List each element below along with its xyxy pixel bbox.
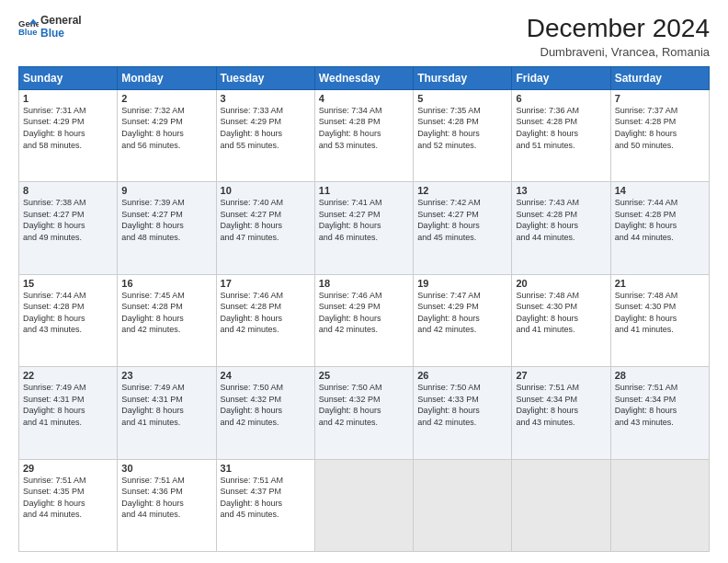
calendar-cell: 30Sunrise: 7:51 AM Sunset: 4:36 PM Dayli…: [118, 459, 216, 551]
day-number: 14: [615, 185, 705, 196]
day-info: Sunrise: 7:42 AM Sunset: 4:27 PM Dayligh…: [417, 197, 507, 243]
day-info: Sunrise: 7:49 AM Sunset: 4:31 PM Dayligh…: [23, 382, 113, 428]
calendar-cell: 24Sunrise: 7:50 AM Sunset: 4:32 PM Dayli…: [216, 367, 314, 459]
day-info: Sunrise: 7:40 AM Sunset: 4:27 PM Dayligh…: [221, 197, 311, 243]
day-number: 11: [319, 185, 409, 196]
day-info: Sunrise: 7:48 AM Sunset: 4:30 PM Dayligh…: [615, 290, 705, 336]
calendar-week-5: 29Sunrise: 7:51 AM Sunset: 4:35 PM Dayli…: [19, 459, 710, 551]
calendar-cell: 8Sunrise: 7:38 AM Sunset: 4:27 PM Daylig…: [19, 182, 118, 274]
day-info: Sunrise: 7:35 AM Sunset: 4:28 PM Dayligh…: [417, 105, 507, 151]
calendar-cell: 11Sunrise: 7:41 AM Sunset: 4:27 PM Dayli…: [314, 182, 413, 274]
svg-text:Blue: Blue: [18, 27, 38, 37]
day-number: 24: [221, 370, 311, 381]
calendar-cell: 6Sunrise: 7:36 AM Sunset: 4:28 PM Daylig…: [512, 89, 610, 181]
day-number: 19: [417, 278, 507, 289]
day-info: Sunrise: 7:51 AM Sunset: 4:36 PM Dayligh…: [121, 475, 211, 521]
day-number: 5: [417, 93, 507, 104]
calendar-cell: 12Sunrise: 7:42 AM Sunset: 4:27 PM Dayli…: [414, 182, 512, 274]
calendar-header-row: SundayMondayTuesdayWednesdayThursdayFrid…: [19, 66, 710, 89]
col-header-friday: Friday: [512, 66, 610, 89]
calendar-cell: 20Sunrise: 7:48 AM Sunset: 4:30 PM Dayli…: [512, 274, 610, 366]
day-info: Sunrise: 7:34 AM Sunset: 4:28 PM Dayligh…: [319, 105, 409, 151]
calendar-cell: 10Sunrise: 7:40 AM Sunset: 4:27 PM Dayli…: [216, 182, 314, 274]
day-info: Sunrise: 7:51 AM Sunset: 4:37 PM Dayligh…: [221, 475, 311, 521]
calendar-cell: 7Sunrise: 7:37 AM Sunset: 4:28 PM Daylig…: [610, 89, 709, 181]
calendar-cell: 22Sunrise: 7:49 AM Sunset: 4:31 PM Dayli…: [19, 367, 118, 459]
calendar-cell: 19Sunrise: 7:47 AM Sunset: 4:29 PM Dayli…: [414, 274, 512, 366]
col-header-saturday: Saturday: [610, 66, 709, 89]
day-number: 21: [615, 278, 705, 289]
day-info: Sunrise: 7:51 AM Sunset: 4:34 PM Dayligh…: [516, 382, 606, 428]
day-number: 10: [221, 185, 311, 196]
day-info: Sunrise: 7:46 AM Sunset: 4:28 PM Dayligh…: [221, 290, 311, 336]
calendar-cell: 25Sunrise: 7:50 AM Sunset: 4:32 PM Dayli…: [314, 367, 413, 459]
calendar-cell: 28Sunrise: 7:51 AM Sunset: 4:34 PM Dayli…: [610, 367, 709, 459]
calendar-week-4: 22Sunrise: 7:49 AM Sunset: 4:31 PM Dayli…: [19, 367, 710, 459]
day-number: 31: [221, 463, 311, 474]
day-info: Sunrise: 7:44 AM Sunset: 4:28 PM Dayligh…: [615, 197, 705, 243]
day-number: 4: [319, 93, 409, 104]
day-number: 22: [23, 370, 113, 381]
calendar-week-2: 8Sunrise: 7:38 AM Sunset: 4:27 PM Daylig…: [19, 182, 710, 274]
calendar-cell: 21Sunrise: 7:48 AM Sunset: 4:30 PM Dayli…: [610, 274, 709, 366]
day-info: Sunrise: 7:51 AM Sunset: 4:35 PM Dayligh…: [23, 475, 113, 521]
calendar-cell: 4Sunrise: 7:34 AM Sunset: 4:28 PM Daylig…: [314, 89, 413, 181]
calendar-cell: 14Sunrise: 7:44 AM Sunset: 4:28 PM Dayli…: [610, 182, 709, 274]
day-info: Sunrise: 7:48 AM Sunset: 4:30 PM Dayligh…: [516, 290, 606, 336]
day-info: Sunrise: 7:38 AM Sunset: 4:27 PM Dayligh…: [23, 197, 113, 243]
calendar-cell: 3Sunrise: 7:33 AM Sunset: 4:29 PM Daylig…: [216, 89, 314, 181]
logo: General Blue General Blue: [18, 15, 82, 40]
col-header-wednesday: Wednesday: [314, 66, 413, 89]
day-info: Sunrise: 7:44 AM Sunset: 4:28 PM Dayligh…: [23, 290, 113, 336]
page-subtitle: Dumbraveni, Vrancea, Romania: [527, 45, 710, 59]
calendar-cell: 2Sunrise: 7:32 AM Sunset: 4:29 PM Daylig…: [118, 89, 216, 181]
col-header-sunday: Sunday: [19, 66, 118, 89]
day-info: Sunrise: 7:49 AM Sunset: 4:31 PM Dayligh…: [121, 382, 211, 428]
day-info: Sunrise: 7:50 AM Sunset: 4:32 PM Dayligh…: [221, 382, 311, 428]
day-info: Sunrise: 7:31 AM Sunset: 4:29 PM Dayligh…: [23, 105, 113, 151]
day-number: 30: [121, 463, 211, 474]
day-number: 25: [319, 370, 409, 381]
calendar-table: SundayMondayTuesdayWednesdayThursdayFrid…: [18, 66, 710, 552]
calendar-cell: 16Sunrise: 7:45 AM Sunset: 4:28 PM Dayli…: [118, 274, 216, 366]
calendar-cell: [610, 459, 709, 551]
day-number: 13: [516, 185, 606, 196]
col-header-tuesday: Tuesday: [216, 66, 314, 89]
calendar-week-3: 15Sunrise: 7:44 AM Sunset: 4:28 PM Dayli…: [19, 274, 710, 366]
calendar-cell: 31Sunrise: 7:51 AM Sunset: 4:37 PM Dayli…: [216, 459, 314, 551]
day-info: Sunrise: 7:43 AM Sunset: 4:28 PM Dayligh…: [516, 197, 606, 243]
day-number: 12: [417, 185, 507, 196]
logo-icon: General Blue: [18, 17, 39, 38]
calendar-cell: 18Sunrise: 7:46 AM Sunset: 4:29 PM Dayli…: [314, 274, 413, 366]
day-number: 7: [615, 93, 705, 104]
calendar-cell: 23Sunrise: 7:49 AM Sunset: 4:31 PM Dayli…: [118, 367, 216, 459]
page-title: December 2024: [527, 15, 710, 43]
day-number: 2: [121, 93, 211, 104]
day-number: 29: [23, 463, 113, 474]
day-info: Sunrise: 7:36 AM Sunset: 4:28 PM Dayligh…: [516, 105, 606, 151]
day-info: Sunrise: 7:50 AM Sunset: 4:33 PM Dayligh…: [417, 382, 507, 428]
page: General Blue General Blue December 2024 …: [0, 0, 728, 563]
day-info: Sunrise: 7:50 AM Sunset: 4:32 PM Dayligh…: [319, 382, 409, 428]
day-number: 18: [319, 278, 409, 289]
calendar-cell: [314, 459, 413, 551]
calendar-cell: 27Sunrise: 7:51 AM Sunset: 4:34 PM Dayli…: [512, 367, 610, 459]
calendar-week-1: 1Sunrise: 7:31 AM Sunset: 4:29 PM Daylig…: [19, 89, 710, 181]
day-info: Sunrise: 7:37 AM Sunset: 4:28 PM Dayligh…: [615, 105, 705, 151]
day-number: 27: [516, 370, 606, 381]
day-info: Sunrise: 7:41 AM Sunset: 4:27 PM Dayligh…: [319, 197, 409, 243]
header: General Blue General Blue December 2024 …: [18, 15, 710, 59]
day-number: 15: [23, 278, 113, 289]
day-number: 26: [417, 370, 507, 381]
calendar-cell: [512, 459, 610, 551]
day-info: Sunrise: 7:51 AM Sunset: 4:34 PM Dayligh…: [615, 382, 705, 428]
day-number: 23: [121, 370, 211, 381]
col-header-monday: Monday: [118, 66, 216, 89]
calendar-cell: 1Sunrise: 7:31 AM Sunset: 4:29 PM Daylig…: [19, 89, 118, 181]
calendar-cell: 26Sunrise: 7:50 AM Sunset: 4:33 PM Dayli…: [414, 367, 512, 459]
title-block: December 2024 Dumbraveni, Vrancea, Roman…: [527, 15, 710, 59]
calendar-cell: 5Sunrise: 7:35 AM Sunset: 4:28 PM Daylig…: [414, 89, 512, 181]
day-number: 28: [615, 370, 705, 381]
calendar-cell: 17Sunrise: 7:46 AM Sunset: 4:28 PM Dayli…: [216, 274, 314, 366]
day-number: 16: [121, 278, 211, 289]
